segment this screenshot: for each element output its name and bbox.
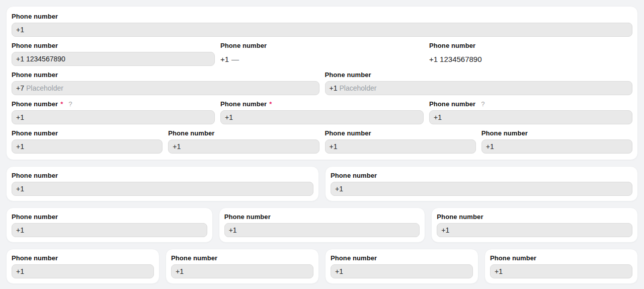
phone-input[interactable]: +1 xyxy=(12,23,632,37)
phone-card: Phone number +1 xyxy=(325,166,638,201)
phone-input[interactable]: +1 1234567890 xyxy=(12,52,215,66)
country-code-prefix: +1 xyxy=(330,142,338,151)
phone-input[interactable]: +1 xyxy=(437,223,632,237)
phone-number-field: Phone number +1 xyxy=(12,129,163,154)
country-code-prefix: +1 xyxy=(16,113,24,121)
phone-input[interactable]: +1 xyxy=(429,110,632,124)
phone-static-value: +1 1234567890 xyxy=(429,52,632,66)
field-label-row: Phone number xyxy=(12,254,154,262)
field-label-row: Phone number xyxy=(12,71,319,79)
country-code-prefix: +1 xyxy=(16,185,24,193)
field-label: Phone number xyxy=(224,213,271,221)
field-label-row: Phone number * ? xyxy=(12,100,215,108)
field-label-row: Phone number xyxy=(331,172,632,179)
field-label-row: Phone number xyxy=(12,129,163,137)
field-label-row: Phone number xyxy=(168,129,319,137)
field-label: Phone number xyxy=(481,129,528,137)
phone-number-field: Phone number +1 xyxy=(168,129,319,154)
empty-value-dash: — xyxy=(231,55,239,63)
country-code-prefix: +1 xyxy=(16,142,24,151)
phone-card: Phone number +1 xyxy=(485,249,638,284)
field-label: Phone number xyxy=(331,172,377,179)
phone-input[interactable]: +1 xyxy=(12,110,215,124)
phone-input[interactable]: +1 xyxy=(168,139,319,154)
field-label: Phone number xyxy=(437,213,483,221)
field-label: Phone number xyxy=(12,42,58,49)
phone-card: Phone number +1 xyxy=(6,249,159,284)
field-label-row: Phone number xyxy=(429,42,632,49)
country-code-prefix: +1 xyxy=(229,226,237,234)
three-card-section: Phone number +1 Phone number +1 Phone nu… xyxy=(6,207,638,243)
field-label-row: Phone number xyxy=(331,254,473,262)
help-icon[interactable]: ? xyxy=(68,100,72,108)
phone-value: 1234567890 xyxy=(440,55,481,63)
field-label: Phone number xyxy=(429,42,475,49)
phone-input[interactable]: +1 xyxy=(481,139,632,154)
phone-input[interactable]: +1 xyxy=(220,110,424,124)
required-marker: * xyxy=(60,100,63,108)
phone-input[interactable]: +1 xyxy=(224,223,420,237)
phone-card: Phone number +1 xyxy=(166,249,319,284)
phone-input[interactable]: +1 xyxy=(490,264,632,278)
country-code-prefix: +1 xyxy=(176,267,184,275)
field-row-5: Phone number +1 Phone number +1 Phone nu… xyxy=(12,129,632,154)
phone-input[interactable]: +1 xyxy=(12,264,154,278)
phone-number-field: Phone number +1 1234567890 xyxy=(12,42,215,66)
field-label: Phone number xyxy=(12,172,58,179)
country-code-prefix: +1 xyxy=(16,267,24,275)
country-code-prefix: +1 xyxy=(16,26,24,34)
field-label: Phone number xyxy=(12,71,58,79)
field-label: Phone number xyxy=(331,254,377,262)
field-row-2: Phone number +1 1234567890 Phone number … xyxy=(12,42,632,66)
phone-input[interactable]: +7 Placeholder xyxy=(12,81,319,95)
input-placeholder: Placeholder xyxy=(26,84,63,92)
field-label-row: Phone number xyxy=(325,129,476,137)
field-label-row: Phone number xyxy=(490,254,632,262)
phone-static-value: +1 — xyxy=(220,52,424,66)
field-label: Phone number xyxy=(12,100,58,108)
field-label: Phone number xyxy=(168,129,214,137)
phone-card: Phone number +1 xyxy=(219,207,426,243)
country-code-prefix: +1 xyxy=(429,55,438,63)
phone-input[interactable]: +1 xyxy=(12,139,163,154)
phone-input[interactable]: +1 xyxy=(325,139,476,154)
field-label-row: Phone number xyxy=(437,213,632,221)
country-code-prefix: +1 xyxy=(335,185,343,193)
field-label: Phone number xyxy=(12,254,58,262)
phone-input[interactable]: +1 xyxy=(171,264,313,278)
phone-number-field: Phone number +1 xyxy=(481,129,632,154)
country-code-prefix: +1 xyxy=(434,113,442,121)
country-code-prefix: +1 xyxy=(16,226,24,234)
country-code-prefix: +1 xyxy=(495,267,503,275)
field-label-row: Phone number xyxy=(12,42,215,49)
phone-input[interactable]: +1 xyxy=(12,182,313,196)
phone-input[interactable]: +1 Placeholder xyxy=(325,81,633,95)
phone-card: Phone number +1 xyxy=(6,207,213,243)
two-card-section: Phone number +1 Phone number +1 xyxy=(6,166,638,201)
field-label-row: Phone number xyxy=(224,213,420,221)
phone-number-field-readonly: Phone number +1 — xyxy=(220,42,424,66)
field-label-row: Phone number xyxy=(12,172,313,179)
country-code-prefix: +1 xyxy=(486,142,494,151)
field-label-row: Phone number * xyxy=(220,100,424,108)
phone-card: Phone number +1 xyxy=(6,166,319,201)
phone-number-field: Phone number +1 Placeholder xyxy=(325,71,633,95)
field-label-row: Phone number xyxy=(12,213,207,221)
field-label: Phone number xyxy=(325,71,371,79)
field-label: Phone number xyxy=(12,13,58,20)
field-label: Phone number xyxy=(12,213,58,221)
phone-input[interactable]: +1 xyxy=(12,223,207,237)
field-label-row: Phone number xyxy=(171,254,313,262)
phone-input[interactable]: +1 xyxy=(331,182,632,196)
field-label-row: Phone number xyxy=(325,71,633,79)
field-label-row: Phone number xyxy=(12,13,632,20)
country-code-prefix: +7 xyxy=(16,84,24,92)
phone-number-field-required: Phone number * ? +1 xyxy=(12,100,215,124)
help-icon[interactable]: ? xyxy=(481,100,485,108)
phone-input[interactable]: +1 xyxy=(331,264,473,278)
phone-fields-main-card: Phone number +1 Phone number +1 12345678… xyxy=(6,6,638,160)
phone-value: 1234567890 xyxy=(26,55,65,63)
required-marker: * xyxy=(269,100,272,108)
field-label-row: Phone number ? xyxy=(429,100,632,108)
field-label: Phone number xyxy=(12,129,58,137)
